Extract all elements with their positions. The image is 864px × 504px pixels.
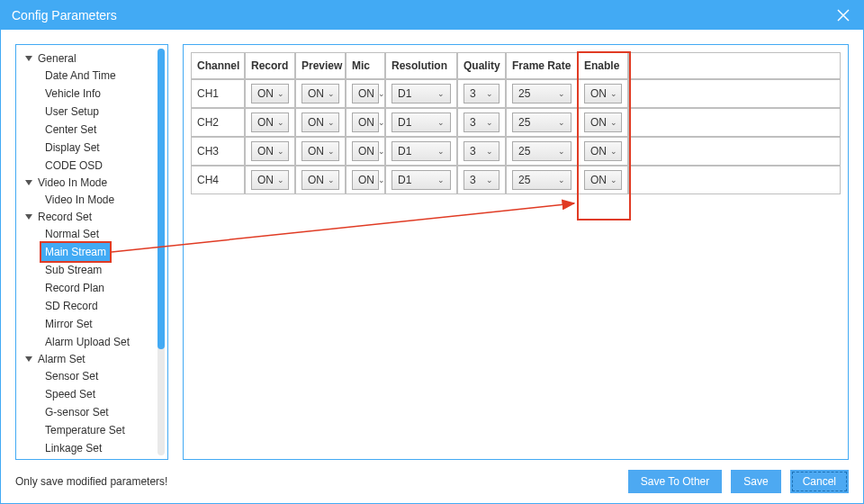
resolution-select[interactable]: D1⌄ xyxy=(392,141,451,161)
tree-item-g-sensor-set[interactable]: G-sensor Set xyxy=(41,403,112,421)
enable-select[interactable]: ON⌄ xyxy=(584,170,622,190)
tree-item-temperature-set[interactable]: Temperature Set xyxy=(41,421,129,439)
framerate-select[interactable]: 25⌄ xyxy=(512,170,572,190)
preview-select[interactable]: ON⌄ xyxy=(302,84,339,104)
tree-item-code-osd[interactable]: CODE OSD xyxy=(41,157,106,175)
close-icon xyxy=(836,8,850,22)
framerate-select-value: 25 xyxy=(518,145,530,158)
cell-preview: ON⌄ xyxy=(295,79,346,108)
save-to-other-button[interactable]: Save To Other xyxy=(628,470,723,493)
chevron-down-icon: ⌄ xyxy=(277,147,284,156)
chevron-down-icon: ⌄ xyxy=(277,89,284,98)
chevron-down-icon xyxy=(25,214,32,220)
mic-select[interactable]: ON⌄ xyxy=(352,84,379,104)
cell-record: ON⌄ xyxy=(245,79,295,108)
resolution-select[interactable]: D1⌄ xyxy=(392,84,451,104)
mic-select-value: ON xyxy=(358,116,374,129)
tree-item-alarm-upload-set[interactable]: Alarm Upload Set xyxy=(41,333,133,351)
chevron-down-icon: ⌄ xyxy=(437,147,445,156)
tree-item-sd-record[interactable]: SD Record xyxy=(41,297,102,315)
tree-group-label: General xyxy=(38,50,76,67)
chevron-down-icon: ⌄ xyxy=(558,147,565,156)
preview-select[interactable]: ON⌄ xyxy=(302,170,339,190)
tree-group-record-set[interactable]: Record Set xyxy=(25,209,155,225)
tree-item-normal-set[interactable]: Normal Set xyxy=(41,225,103,243)
chevron-down-icon: ⌄ xyxy=(486,147,493,156)
save-button[interactable]: Save xyxy=(731,470,780,493)
tree-item-linkage-set[interactable]: Linkage Set xyxy=(41,439,105,457)
tree-item-record-plan[interactable]: Record Plan xyxy=(41,279,108,297)
mic-select[interactable]: ON⌄ xyxy=(352,112,379,132)
tree-group-video-in-mode[interactable]: Video In Mode xyxy=(25,175,155,191)
framerate-select-value: 25 xyxy=(518,116,530,129)
quality-select-value: 3 xyxy=(470,87,476,100)
framerate-select[interactable]: 25⌄ xyxy=(512,141,572,161)
tree-item-video-in-mode[interactable]: Video In Mode xyxy=(41,191,118,209)
tree-group-label: Alarm Set xyxy=(38,351,86,367)
framerate-select[interactable]: 25⌄ xyxy=(512,84,572,104)
record-select[interactable]: ON⌄ xyxy=(251,170,289,190)
enable-select[interactable]: ON⌄ xyxy=(584,84,622,104)
framerate-select[interactable]: 25⌄ xyxy=(512,112,572,132)
preview-select[interactable]: ON⌄ xyxy=(302,141,339,161)
scroll-down-cap xyxy=(158,448,165,455)
quality-select[interactable]: 3⌄ xyxy=(464,141,500,161)
enable-select[interactable]: ON⌄ xyxy=(584,112,622,132)
chevron-down-icon: ⌄ xyxy=(378,176,385,184)
cell-resolution: D1⌄ xyxy=(385,137,457,166)
tree-item-main-stream[interactable]: Main Stream xyxy=(41,243,110,261)
record-select[interactable]: ON⌄ xyxy=(251,141,289,161)
cancel-button[interactable]: Cancel xyxy=(790,470,849,493)
cell-spacer xyxy=(628,79,841,108)
tree-group-general[interactable]: General xyxy=(25,50,155,67)
cell-mic: ON⌄ xyxy=(346,79,385,108)
enable-select[interactable]: ON⌄ xyxy=(584,141,622,161)
cell-channel: CH1 xyxy=(191,79,245,108)
tree-item-mirror-set[interactable]: Mirror Set xyxy=(41,315,96,333)
mic-select[interactable]: ON⌄ xyxy=(352,170,379,190)
scroll-thumb[interactable] xyxy=(158,49,165,349)
chevron-down-icon: ⌄ xyxy=(378,89,385,98)
cell-quality: 3⌄ xyxy=(457,79,506,108)
nav-tree: GeneralDate And TimeVehicle InfoUser Set… xyxy=(16,45,155,459)
close-button[interactable] xyxy=(832,4,854,26)
enable-select-value: ON xyxy=(590,145,607,158)
col-header-preview: Preview xyxy=(295,52,346,79)
chevron-down-icon: ⌄ xyxy=(486,176,493,184)
tree-group-alarm-set[interactable]: Alarm Set xyxy=(25,351,155,367)
resolution-select[interactable]: D1⌄ xyxy=(392,112,451,132)
preview-select-value: ON xyxy=(308,174,324,186)
tree-item-display-set[interactable]: Display Set xyxy=(41,139,104,157)
mic-select[interactable]: ON⌄ xyxy=(352,141,379,161)
chevron-down-icon xyxy=(25,56,32,61)
chevron-down-icon: ⌄ xyxy=(378,147,385,156)
tree-item-sensor-set[interactable]: Sensor Set xyxy=(41,367,102,385)
table-row: CH3ON⌄ON⌄ON⌄D1⌄3⌄25⌄ON⌄ xyxy=(191,137,841,166)
titlebar: Config Parameters xyxy=(1,1,863,30)
tree-item-user-setup[interactable]: User Setup xyxy=(41,103,103,121)
resolution-select-value: D1 xyxy=(398,116,411,129)
tree-item-date-and-time[interactable]: Date And Time xyxy=(41,67,120,85)
cell-quality: 3⌄ xyxy=(457,166,506,194)
quality-select[interactable]: 3⌄ xyxy=(464,84,500,104)
cell-enable: ON⌄ xyxy=(578,166,628,194)
tree-item-sub-stream[interactable]: Sub Stream xyxy=(41,261,105,279)
tree-item-vehicle-info[interactable]: Vehicle Info xyxy=(41,85,104,103)
chevron-down-icon: ⌄ xyxy=(558,118,565,127)
chevron-down-icon: ⌄ xyxy=(378,118,385,127)
quality-select[interactable]: 3⌄ xyxy=(464,112,500,132)
sidebar-scrollbar[interactable] xyxy=(158,49,165,455)
preview-select[interactable]: ON⌄ xyxy=(302,112,339,132)
footer-note: Only save modified parameters! xyxy=(15,475,167,488)
tree-item-speed-set[interactable]: Speed Set xyxy=(41,385,99,403)
chevron-down-icon: ⌄ xyxy=(328,176,335,184)
record-select[interactable]: ON⌄ xyxy=(251,112,289,132)
record-select[interactable]: ON⌄ xyxy=(251,84,289,104)
framerate-select-value: 25 xyxy=(518,87,530,100)
cell-mic: ON⌄ xyxy=(346,108,385,137)
resolution-select-value: D1 xyxy=(398,174,411,186)
cell-quality: 3⌄ xyxy=(457,137,506,166)
resolution-select[interactable]: D1⌄ xyxy=(392,170,451,190)
tree-item-center-set[interactable]: Center Set xyxy=(41,121,100,139)
quality-select[interactable]: 3⌄ xyxy=(464,170,500,190)
